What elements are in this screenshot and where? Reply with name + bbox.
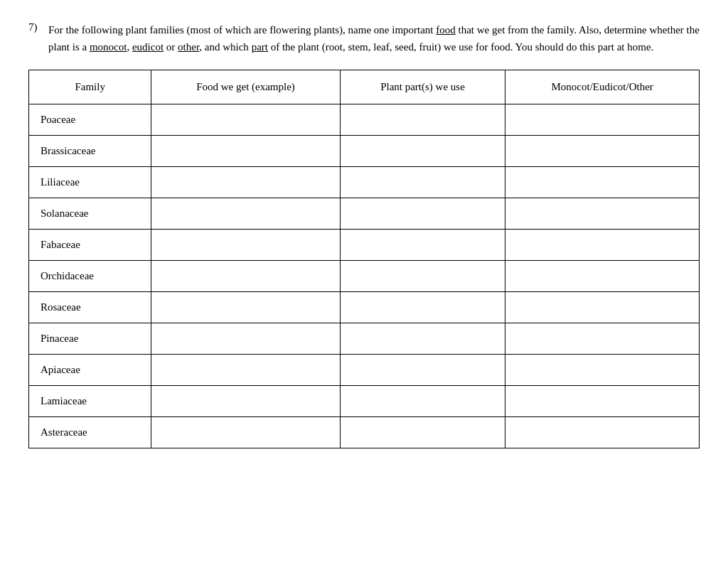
question-block: 7) For the following plant families (mos… — [28, 21, 700, 55]
plant-part-cell — [340, 104, 505, 136]
family-cell: Pinaceae — [29, 323, 151, 355]
food-cell — [151, 355, 340, 386]
table-row: Fabaceae — [29, 230, 700, 261]
classification-cell — [505, 355, 700, 386]
food-underline: food — [436, 24, 456, 36]
plant-part-cell — [340, 261, 505, 292]
plant-part-cell — [340, 417, 505, 448]
header-family: Family — [29, 70, 151, 104]
plant-part-cell — [340, 136, 505, 167]
header-food: Food we get (example) — [151, 70, 340, 104]
question-text: For the following plant families (most o… — [48, 21, 700, 55]
question-number: 7) — [28, 21, 48, 55]
family-cell: Lamiaceae — [29, 386, 151, 417]
table-header-row: Family Food we get (example) Plant part(… — [29, 70, 700, 104]
table-row: Brassicaceae — [29, 136, 700, 167]
plant-part-cell — [340, 292, 505, 323]
food-cell — [151, 198, 340, 230]
table-row: Liliaceae — [29, 167, 700, 198]
classification-cell — [505, 104, 700, 136]
family-cell: Brassicaceae — [29, 136, 151, 167]
plant-families-table: Family Food we get (example) Plant part(… — [28, 70, 700, 448]
table-row: Apiaceae — [29, 355, 700, 386]
family-cell: Poaceae — [29, 104, 151, 136]
header-plant-part: Plant part(s) we use — [340, 70, 505, 104]
monocot-underline: monocot — [90, 41, 127, 53]
table-row: Rosaceae — [29, 292, 700, 323]
classification-cell — [505, 323, 700, 355]
table-row: Orchidaceae — [29, 261, 700, 292]
table-row: Lamiaceae — [29, 386, 700, 417]
food-cell — [151, 292, 340, 323]
classification-cell — [505, 386, 700, 417]
classification-cell — [505, 417, 700, 448]
table-row: Asteraceae — [29, 417, 700, 448]
part-underline: part — [252, 41, 268, 53]
food-cell — [151, 167, 340, 198]
family-cell: Orchidaceae — [29, 261, 151, 292]
table-row: Poaceae — [29, 104, 700, 136]
plant-part-cell — [340, 198, 505, 230]
plant-part-cell — [340, 167, 505, 198]
plant-part-cell — [340, 386, 505, 417]
food-cell — [151, 417, 340, 448]
plant-part-cell — [340, 355, 505, 386]
family-cell: Asteraceae — [29, 417, 151, 448]
food-cell — [151, 104, 340, 136]
food-cell — [151, 386, 340, 417]
food-cell — [151, 261, 340, 292]
eudicot-underline: eudicot — [132, 41, 164, 53]
header-classification: Monocot/Eudicot/Other — [505, 70, 700, 104]
other-underline: other — [178, 41, 199, 53]
family-cell: Rosaceae — [29, 292, 151, 323]
plant-part-cell — [340, 323, 505, 355]
classification-cell — [505, 292, 700, 323]
food-cell — [151, 323, 340, 355]
classification-cell — [505, 198, 700, 230]
family-cell: Solanaceae — [29, 198, 151, 230]
classification-cell — [505, 136, 700, 167]
family-cell: Fabaceae — [29, 230, 151, 261]
table-row: Pinaceae — [29, 323, 700, 355]
classification-cell — [505, 261, 700, 292]
plant-part-cell — [340, 230, 505, 261]
table-row: Solanaceae — [29, 198, 700, 230]
classification-cell — [505, 230, 700, 261]
family-cell: Liliaceae — [29, 167, 151, 198]
food-cell — [151, 230, 340, 261]
classification-cell — [505, 167, 700, 198]
food-cell — [151, 136, 340, 167]
family-cell: Apiaceae — [29, 355, 151, 386]
